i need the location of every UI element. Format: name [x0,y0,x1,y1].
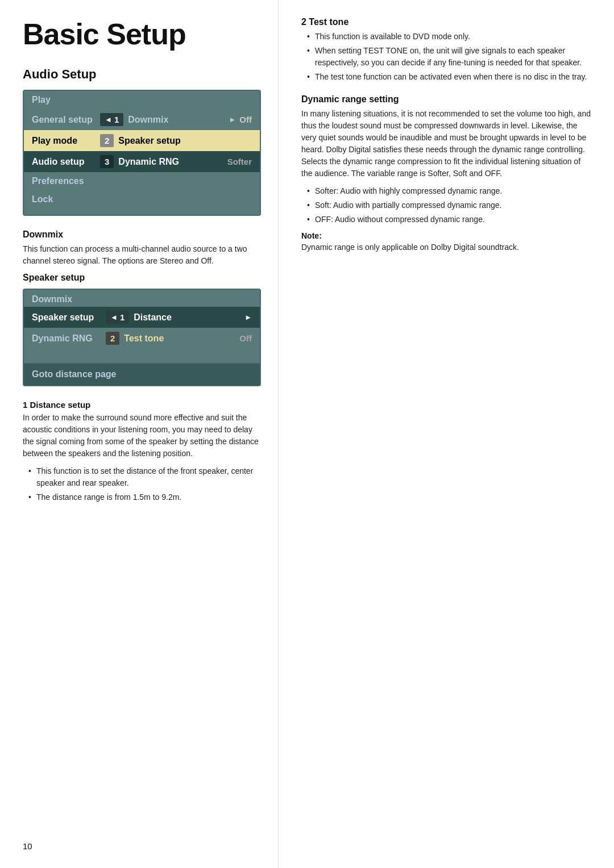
menu-row-play[interactable]: Play [24,91,260,109]
menu-value-off-1: Off [239,115,252,124]
page-number: 10 [23,841,32,851]
arrow-left-icon: ◄ [105,115,112,124]
menu-num-tt-2: 2 [106,332,119,345]
menu-label-dynamic-rng-2: Dynamic RNG [32,333,106,344]
speaker-setup-heading: Speaker setup [23,273,261,283]
speaker-setup-menu: Downmix Speaker setup ◄ 1 Distance ► Dyn… [23,289,261,386]
audio-setup-menu: Play General setup ◄ 1 Downmix ► Off Pla… [23,90,261,216]
goto-label: Goto distance page [32,369,116,379]
test-tone-bullet-2: When setting TEST TONE on, the unit will… [307,45,591,69]
dynamic-range-bullets: Softer: Audio with highly compressed dyn… [301,185,591,226]
test-tone-section: 2 Test tone This function is available t… [301,17,591,83]
menu-label-general-setup: General setup [32,115,100,125]
dynamic-range-body: In many listening situations, it is not … [301,108,591,180]
page-title: Basic Setup [23,17,261,51]
dynamic-range-bullet-2: Soft: Audio with partially compressed dy… [307,199,591,211]
test-tone-title: 2 Test tone [301,17,591,27]
menu-label-play: Play [32,95,100,105]
distance-bullets: This function is to set the distance of … [23,465,261,503]
menu-arrow-num-1: ◄ 1 [100,113,123,126]
menu-num-3: 3 [100,155,114,168]
dynamic-range-bullet-1: Softer: Audio with highly compressed dyn… [307,185,591,197]
menu-row-play-mode[interactable]: Play mode 2 Speaker setup [24,130,260,151]
note-body: Dynamic range is only applicable on Dolb… [301,241,591,253]
downmix-body: This function can process a multi-channe… [23,243,261,267]
menu-row-downmix-2[interactable]: Downmix [24,290,260,307]
menu-value-off-2: Off [239,333,252,343]
menu-spacer [24,349,260,363]
menu-label-lock: Lock [32,194,100,205]
menu-sublabel-dynamic-rng: Dynamic RNG [118,157,227,167]
menu-row-audio-setup[interactable]: Audio setup 3 Dynamic RNG Softer [24,151,260,172]
menu-sublabel-test-tone: Test tone [124,333,164,344]
menu-sublabel-speaker-setup: Speaker setup [118,136,252,146]
test-tone-bullet-1: This function is available to DVD mode o… [307,31,591,43]
dynamic-range-bullet-3: OFF: Audio without compressed dynamic ra… [307,214,591,226]
menu-label-downmix-2: Downmix [32,294,100,304]
menu-sublabel-distance: Distance [134,312,242,323]
menu-row-dynamic-rng-2[interactable]: Dynamic RNG 2 Test tone Off [24,328,260,349]
menu-row-general-setup[interactable]: General setup ◄ 1 Downmix ► Off [24,109,260,130]
menu-arrow-num-sp: ◄ 1 [106,311,129,324]
distance-setup-title: 1 Distance setup [23,400,261,410]
dynamic-range-section: Dynamic range setting In many listening … [301,94,591,253]
arrow-right-icon-2: ► [244,313,252,322]
menu-label-audio-setup: Audio setup [32,157,100,167]
distance-bullet-2: The distance range is from 1.5m to 9.2m. [28,491,261,503]
menu-row-speaker-setup-active[interactable]: Speaker setup ◄ 1 Distance ► [24,307,260,328]
menu-goto-distance[interactable]: Goto distance page [24,363,260,385]
audio-setup-title: Audio Setup [23,67,261,82]
test-tone-bullet-3: The test tone function can be activated … [307,71,591,83]
menu-label-preferences: Preferences [32,176,100,186]
menu-row-preferences[interactable]: Preferences [24,172,260,190]
arrow-right-icon-1: ► [229,115,236,124]
menu-label-speaker-setup-2: Speaker setup [32,312,106,323]
test-tone-bullets: This function is available to DVD mode o… [301,31,591,83]
distance-setup-body: In order to make the surround sound more… [23,412,261,460]
distance-bullet-1: This function is to set the distance of … [28,465,261,489]
arrow-left-icon-2: ◄ [110,313,118,322]
menu-row-lock[interactable]: Lock [24,190,260,215]
menu-num-2: 2 [100,134,114,147]
dynamic-range-title: Dynamic range setting [301,94,591,105]
menu-num-sp-1: 1 [120,312,125,322]
menu-label-play-mode: Play mode [32,136,100,146]
right-column: 2 Test tone This function is available t… [279,0,614,868]
downmix-heading: Downmix [23,229,261,240]
menu-num-1: 1 [114,115,119,124]
menu-value-softer: Softer [227,157,252,166]
note-label: Note: [301,231,591,240]
menu-sublabel-downmix: Downmix [128,115,226,125]
